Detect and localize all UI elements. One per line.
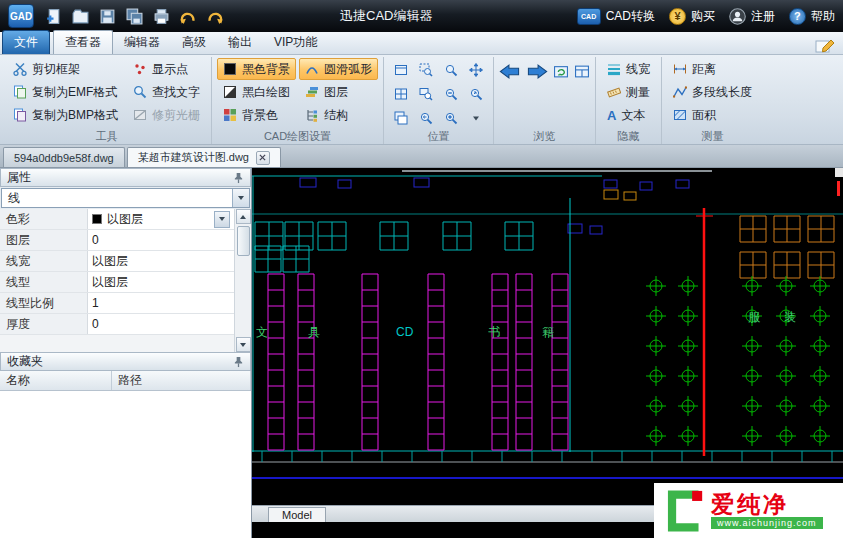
scrollbar-thumb[interactable] (237, 226, 250, 256)
annotate-button[interactable] (815, 38, 835, 54)
refresh-view-button[interactable] (553, 64, 569, 79)
cascade-view-button[interactable] (389, 106, 413, 129)
tab-vip[interactable]: VIP功能 (263, 31, 328, 54)
forward-button[interactable] (526, 64, 548, 79)
cut-frame-icon (13, 62, 27, 76)
pin-icon[interactable] (233, 172, 244, 184)
zoom-window-button[interactable] (414, 58, 438, 81)
area-button[interactable]: 面积 (667, 104, 758, 126)
pan-button[interactable] (464, 58, 488, 81)
app-window: GAD 迅捷CAD编辑器 CAD CAD转换 ¥ (0, 0, 843, 538)
open-folder-button[interactable] (68, 4, 92, 28)
scroll-down-icon[interactable] (236, 337, 251, 352)
pin-icon[interactable] (233, 356, 244, 368)
cut-frame-button[interactable]: 剪切框架 (7, 58, 124, 80)
undo-button[interactable] (176, 4, 200, 28)
properties-scrollbar[interactable] (234, 209, 251, 352)
cad-drawing[interactable]: 文 具 CD 书 籍 服 装 (252, 168, 843, 505)
property-row-layer[interactable]: 图层 0 (0, 230, 234, 251)
favorites-panel-header: 收藏夹 (0, 352, 251, 371)
property-row-linetype-scale[interactable]: 线型比例 1 (0, 293, 234, 314)
tab-viewer[interactable]: 查看器 (53, 30, 113, 54)
pencil-icon (815, 38, 835, 54)
copy-emf-button[interactable]: 复制为EMF格式 (7, 81, 124, 103)
refresh-view-icon (553, 64, 569, 79)
register-button[interactable]: 注册 (729, 8, 775, 25)
tab-advanced[interactable]: 高级 (171, 31, 217, 54)
bw-drawing-button[interactable]: 黑白绘图 (217, 81, 296, 103)
text-a-icon: A (607, 109, 616, 122)
property-row-lineweight[interactable]: 线宽 以图层 (0, 251, 234, 272)
layers-button[interactable]: 图层 (299, 81, 378, 103)
column-header-path[interactable]: 路径 (112, 371, 251, 390)
fit-window-button[interactable] (389, 58, 413, 81)
ribbon-group-position: 位置 (384, 57, 494, 144)
chevron-down-icon[interactable] (232, 189, 249, 207)
property-row-thickness[interactable]: 厚度 0 (0, 314, 234, 335)
polyline-length-button[interactable]: 多段线长度 (667, 81, 758, 103)
entity-selector[interactable]: 线 (1, 188, 250, 208)
black-background-button[interactable]: 黑色背景 (217, 58, 296, 80)
watermark-url: www.aichunjing.com (711, 517, 823, 529)
smooth-arc-icon (305, 62, 319, 76)
tab-output[interactable]: 输出 (217, 31, 263, 54)
cad-convert-icon: CAD (577, 8, 601, 25)
properties-panel-header: 属性 (0, 168, 251, 187)
question-icon: ? (789, 8, 806, 25)
background-color-button[interactable]: 背景色 (217, 104, 296, 126)
group-label-measure: 测量 (667, 129, 758, 144)
document-tab-1[interactable]: 594a0ddb9e58f.dwg (3, 147, 125, 167)
structure-button[interactable]: 结构 (299, 104, 378, 126)
buy-button[interactable]: ¥ 购买 (669, 8, 715, 25)
zoom-out-button[interactable] (439, 82, 463, 105)
save-all-button[interactable] (122, 4, 146, 28)
svg-text:文: 文 (256, 325, 268, 339)
print-button[interactable] (149, 4, 173, 28)
aichunjing-logo-icon (662, 488, 704, 534)
distance-button[interactable]: 距离 (667, 58, 758, 80)
text-toggle-button[interactable]: A 文本 (601, 104, 656, 126)
properties-title: 属性 (7, 169, 31, 186)
register-label: 注册 (751, 8, 775, 25)
property-grid: 色彩 以图层 图层 0 线宽 以图层 线型 以图层 (0, 209, 251, 352)
tile-view-button[interactable] (389, 82, 413, 105)
save-button[interactable] (95, 4, 119, 28)
color-dropdown-icon[interactable] (214, 211, 230, 228)
column-header-name[interactable]: 名称 (0, 371, 112, 390)
trim-raster-button[interactable]: 修剪光栅 (127, 104, 206, 126)
find-text-button[interactable]: 查找文字 (127, 81, 206, 103)
zoom-object-icon (419, 87, 433, 101)
tab-file[interactable]: 文件 (2, 30, 50, 54)
svg-text:服: 服 (748, 310, 761, 324)
tab-editor[interactable]: 编辑器 (113, 31, 171, 54)
zoom-previous-button[interactable] (414, 106, 438, 129)
new-file-button[interactable] (41, 4, 65, 28)
chevron-down-icon (469, 111, 483, 125)
document-tab-2[interactable]: 某超市建筑设计图.dwg (127, 147, 281, 167)
copy-bmp-button[interactable]: 复制为BMP格式 (7, 104, 124, 126)
ribbon-group-hide: 线宽 测量 A 文本 隐藏 (596, 57, 662, 144)
back-button[interactable] (499, 64, 521, 79)
property-row-linetype[interactable]: 线型 以图层 (0, 272, 234, 293)
scroll-up-icon[interactable] (236, 209, 251, 224)
model-tab[interactable]: Model (268, 507, 326, 522)
line-width-button[interactable]: 线宽 (601, 58, 656, 80)
help-button[interactable]: ? 帮助 (789, 8, 835, 25)
zoom-dynamic-button[interactable] (439, 58, 463, 81)
zoom-object-button[interactable] (414, 82, 438, 105)
ribbon-tab-bar: 文件 查看器 编辑器 高级 输出 VIP功能 (0, 32, 843, 55)
close-tab-icon[interactable] (256, 151, 270, 165)
zoom-scale-button[interactable] (464, 82, 488, 105)
redo-icon (206, 8, 224, 25)
cad-convert-button[interactable]: CAD CAD转换 (577, 8, 655, 25)
area-icon (673, 108, 687, 122)
zoom-more-dropdown[interactable] (464, 106, 488, 129)
zoom-in-button[interactable] (439, 106, 463, 129)
views-button[interactable] (574, 64, 590, 79)
show-points-button[interactable]: 显示点 (127, 58, 206, 80)
smooth-arc-button[interactable]: 圆滑弧形 (299, 58, 378, 80)
measure-toggle-button[interactable]: 测量 (601, 81, 656, 103)
property-row-color[interactable]: 色彩 以图层 (0, 209, 234, 230)
favorites-list[interactable] (0, 391, 251, 538)
redo-button[interactable] (203, 4, 227, 28)
